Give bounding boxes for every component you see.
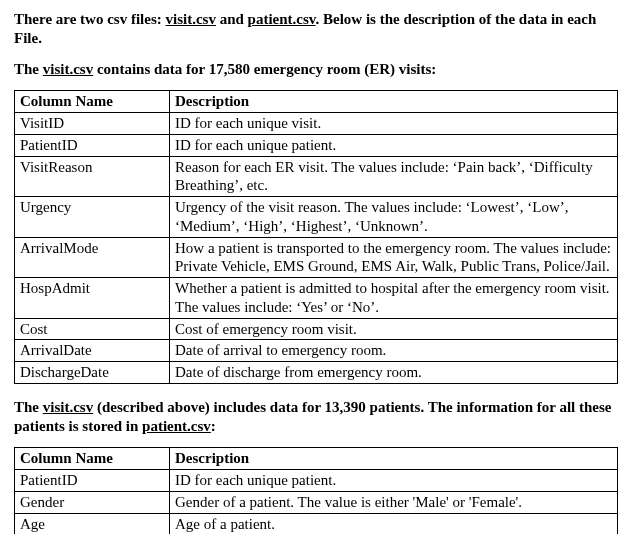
visit-heading: The visit.csv contains data for 17,580 e… — [14, 60, 618, 79]
cell-description: Gender of a patient. The value is either… — [170, 491, 618, 513]
cell-colname: VisitID — [15, 113, 170, 135]
cell-description: ID for each unique patient. — [170, 134, 618, 156]
visit-heading-file: visit.csv — [43, 61, 93, 77]
table-row: HospAdmitWhether a patient is admitted t… — [15, 278, 618, 319]
cell-colname: ArrivalDate — [15, 340, 170, 362]
intro-file1: visit.csv — [166, 11, 216, 27]
cell-colname: PatientID — [15, 134, 170, 156]
intro-file2: patient.csv — [248, 11, 316, 27]
cell-colname: PatientID — [15, 470, 170, 492]
table-row: DischargeDateDate of discharge from emer… — [15, 362, 618, 384]
cell-colname: ArrivalMode — [15, 237, 170, 278]
header-description: Description — [170, 91, 618, 113]
table-header-row: Column Name Description — [15, 91, 618, 113]
table-row: ArrivalModeHow a patient is transported … — [15, 237, 618, 278]
patient-heading-prefix: The — [14, 399, 43, 415]
cell-colname: DischargeDate — [15, 362, 170, 384]
cell-description: ID for each unique visit. — [170, 113, 618, 135]
table-row: CostCost of emergency room visit. — [15, 318, 618, 340]
cell-description: How a patient is transported to the emer… — [170, 237, 618, 278]
cell-colname: Age — [15, 513, 170, 534]
visit-heading-prefix: The — [14, 61, 43, 77]
table-row: VisitIDID for each unique visit. — [15, 113, 618, 135]
header-colname: Column Name — [15, 91, 170, 113]
intro-prefix: There are two csv files: — [14, 11, 166, 27]
cell-description: Urgency of the visit reason. The values … — [170, 197, 618, 238]
patient-heading-suffix: : — [211, 418, 216, 434]
cell-description: Reason for each ER visit. The values inc… — [170, 156, 618, 197]
cell-colname: VisitReason — [15, 156, 170, 197]
table-row: AgeAge of a patient. — [15, 513, 618, 534]
header-description: Description — [170, 448, 618, 470]
cell-description: Whether a patient is admitted to hospita… — [170, 278, 618, 319]
patient-heading-file: visit.csv — [43, 399, 93, 415]
patient-heading: The visit.csv (described above) includes… — [14, 398, 618, 436]
cell-colname: Gender — [15, 491, 170, 513]
cell-colname: HospAdmit — [15, 278, 170, 319]
table-row: GenderGender of a patient. The value is … — [15, 491, 618, 513]
cell-description: ID for each unique patient. — [170, 470, 618, 492]
patient-table: Column Name Description PatientIDID for … — [14, 447, 618, 534]
intro-paragraph: There are two csv files: visit.csv and p… — [14, 10, 618, 48]
patient-heading-mid: (described above) includes data for 13,3… — [14, 399, 612, 434]
table-row: PatientIDID for each unique patient. — [15, 470, 618, 492]
patient-heading-file2: patient.csv — [142, 418, 211, 434]
visit-heading-suffix: contains data for 17,580 emergency room … — [93, 61, 436, 77]
intro-mid: and — [216, 11, 248, 27]
header-colname: Column Name — [15, 448, 170, 470]
cell-description: Date of arrival to emergency room. — [170, 340, 618, 362]
visit-table: Column Name Description VisitIDID for ea… — [14, 90, 618, 384]
cell-description: Age of a patient. — [170, 513, 618, 534]
cell-colname: Urgency — [15, 197, 170, 238]
table-row: UrgencyUrgency of the visit reason. The … — [15, 197, 618, 238]
table-row: VisitReasonReason for each ER visit. The… — [15, 156, 618, 197]
cell-description: Cost of emergency room visit. — [170, 318, 618, 340]
table-row: PatientIDID for each unique patient. — [15, 134, 618, 156]
table-header-row: Column Name Description — [15, 448, 618, 470]
cell-description: Date of discharge from emergency room. — [170, 362, 618, 384]
table-row: ArrivalDateDate of arrival to emergency … — [15, 340, 618, 362]
cell-colname: Cost — [15, 318, 170, 340]
